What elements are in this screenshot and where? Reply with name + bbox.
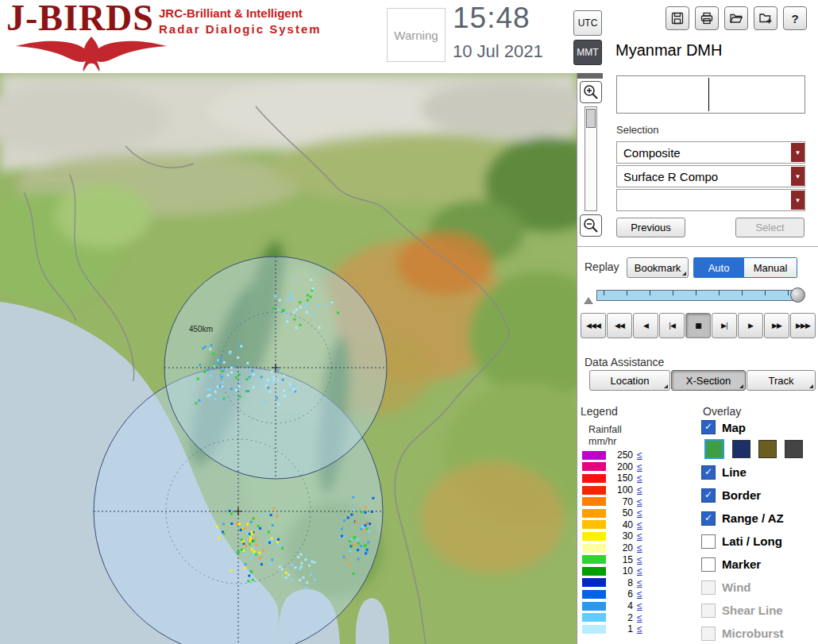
legend-row: 250≤ xyxy=(582,449,642,461)
playback-jump-forward-button[interactable]: ▶▶▶ xyxy=(790,313,816,338)
zoom-slider-thumb[interactable] xyxy=(586,109,596,128)
legend-color-swatch xyxy=(582,544,606,553)
legend-threshold-value: 40 xyxy=(611,519,633,530)
previous-button[interactable]: Previous xyxy=(616,218,685,237)
product-dropdown[interactable]: Surface R Compo ▼ xyxy=(616,165,805,187)
playback-to-end-button[interactable]: ▶| xyxy=(712,313,737,338)
legend-threshold-value: 15 xyxy=(611,554,633,565)
panel-divider xyxy=(577,246,818,247)
legend-threshold-value: 10 xyxy=(611,565,633,577)
save-button[interactable] xyxy=(666,6,689,30)
overlay-title: Overlay xyxy=(703,405,741,418)
legend-threshold-value: 1 xyxy=(611,623,633,634)
unchecked-checkbox xyxy=(701,604,716,618)
map-style-swatch[interactable] xyxy=(785,440,803,458)
warning-panel[interactable]: Warning xyxy=(387,8,446,62)
overlay-options: ✓Map✓Line✓Border✓Range / AZLati / LongMa… xyxy=(701,418,818,644)
import-button[interactable] xyxy=(754,6,777,30)
help-button[interactable]: ? xyxy=(783,6,807,30)
open-file-button[interactable] xyxy=(724,6,748,30)
app-logo-title: J-BIRDS xyxy=(6,0,154,39)
side-panel: Selection Composite ▼ Surface R Compo ▼ … xyxy=(577,73,818,644)
less-equal-symbol: ≤ xyxy=(637,600,642,611)
playback-to-start-button[interactable]: |◀ xyxy=(659,313,685,338)
chevron-down-icon[interactable]: ▼ xyxy=(791,191,804,210)
map-style-swatch[interactable] xyxy=(758,440,777,458)
checked-checkbox[interactable]: ✓ xyxy=(701,465,716,480)
print-icon xyxy=(700,11,714,25)
map-viewport[interactable]: 450km xyxy=(0,73,577,644)
legend-subtitle-unit: mm/hr xyxy=(588,436,616,447)
overlay-item-label: Lati / Long xyxy=(722,534,782,548)
timeline-handle[interactable] xyxy=(790,287,805,303)
chevron-down-icon[interactable]: ▼ xyxy=(791,167,804,186)
location-button[interactable]: Location xyxy=(589,370,670,391)
overlay-item-range-az[interactable]: ✓Range / AZ xyxy=(701,507,818,530)
extra-dropdown[interactable]: ▼ xyxy=(616,189,805,211)
zoom-slider[interactable] xyxy=(585,106,597,211)
checked-checkbox[interactable]: ✓ xyxy=(701,511,716,526)
timeline-track[interactable] xyxy=(596,290,798,301)
legend-color-swatch xyxy=(582,567,606,576)
chevron-down-icon[interactable]: ▼ xyxy=(791,143,804,162)
timeline-tick xyxy=(696,291,696,295)
x-section-button[interactable]: X-Section xyxy=(671,370,746,391)
zoom-in-icon xyxy=(581,83,600,102)
timezone-mmt-button[interactable]: MMT xyxy=(573,40,602,65)
zoom-in-button[interactable] xyxy=(580,81,602,103)
bookmark-button[interactable]: Bookmark xyxy=(627,257,689,278)
map-style-swatch[interactable] xyxy=(704,439,724,459)
legend-threshold-value: 4 xyxy=(611,600,633,611)
composite-dropdown-value: Composite xyxy=(617,146,791,160)
legend-subtitle-rainfall: Rainfall xyxy=(588,424,622,435)
overlay-item-lati-long[interactable]: Lati / Long xyxy=(701,530,818,553)
unchecked-checkbox xyxy=(701,580,716,595)
select-button: Select xyxy=(735,218,804,237)
checked-checkbox[interactable]: ✓ xyxy=(701,488,716,503)
timeline-tick xyxy=(742,291,743,295)
overlay-item-border[interactable]: ✓Border xyxy=(701,484,818,507)
legend-row: 20≤ xyxy=(582,542,642,554)
manual-mode-button[interactable]: Manual xyxy=(743,258,797,277)
timezone-utc-button[interactable]: UTC xyxy=(573,10,602,36)
timeline-start-marker[interactable] xyxy=(584,297,593,304)
open-folder-icon xyxy=(729,11,743,25)
eagle-logo-icon xyxy=(8,35,175,71)
help-icon: ? xyxy=(791,12,798,25)
legend-threshold-value: 30 xyxy=(611,530,633,542)
playback-play-button[interactable]: ▶ xyxy=(738,313,763,338)
unchecked-checkbox[interactable] xyxy=(701,557,716,572)
legend-row: 30≤ xyxy=(582,530,642,542)
track-button[interactable]: Track xyxy=(747,370,816,391)
playback-jump-back-button[interactable]: ◀◀◀ xyxy=(581,313,606,338)
site-info-box xyxy=(616,75,805,114)
legend-color-swatch xyxy=(582,613,606,622)
playback-fast-forward-button[interactable]: ▶▶ xyxy=(764,313,789,338)
checked-checkbox[interactable]: ✓ xyxy=(701,420,716,434)
auto-mode-button[interactable]: Auto xyxy=(694,258,743,277)
legend-threshold-value: 100 xyxy=(611,484,633,496)
unchecked-checkbox[interactable] xyxy=(701,534,716,549)
overlay-item-marker[interactable]: Marker xyxy=(701,553,818,576)
toolbar: ? xyxy=(666,6,807,30)
overlay-item-label: Line xyxy=(722,465,747,479)
composite-dropdown[interactable]: Composite ▼ xyxy=(616,141,805,164)
zoom-out-button[interactable] xyxy=(580,214,602,237)
import-icon xyxy=(758,11,773,25)
map-style-swatch[interactable] xyxy=(732,440,750,458)
less-equal-symbol: ≤ xyxy=(637,554,642,565)
timeline-tick xyxy=(673,291,673,295)
legend-row: 100≤ xyxy=(582,484,642,496)
data-assistance-label: Data Assistance xyxy=(585,356,664,368)
selection-label: Selection xyxy=(616,124,658,136)
legend-color-swatch xyxy=(582,462,606,471)
radar-map[interactable]: 450km xyxy=(0,73,577,644)
warning-label: Warning xyxy=(394,29,438,42)
playback-step-back-button[interactable]: ◀ xyxy=(633,313,658,338)
print-button[interactable] xyxy=(695,6,719,30)
playback-stop-button[interactable]: ■ xyxy=(685,313,711,338)
overlay-item-map[interactable]: ✓Map xyxy=(701,418,818,437)
legend-threshold-value: 20 xyxy=(611,542,633,553)
playback-fast-back-button[interactable]: ◀◀ xyxy=(607,313,632,338)
overlay-item-line[interactable]: ✓Line xyxy=(701,461,818,484)
